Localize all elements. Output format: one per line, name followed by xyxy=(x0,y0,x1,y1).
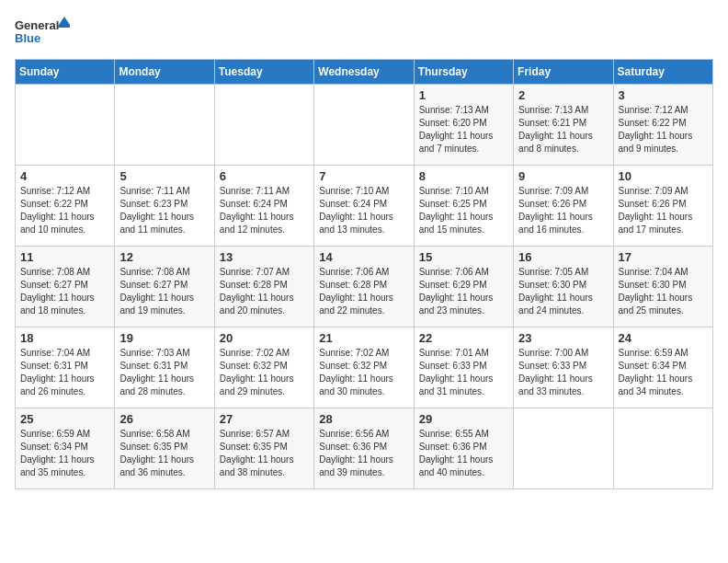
calendar-header-row: SundayMondayTuesdayWednesdayThursdayFrid… xyxy=(16,60,713,85)
day-info: Sunrise: 7:12 AMSunset: 6:22 PMDaylight:… xyxy=(619,104,708,155)
day-number: 8 xyxy=(419,169,508,183)
day-info: Sunrise: 7:04 AMSunset: 6:30 PMDaylight:… xyxy=(619,266,708,317)
calendar-cell: 12Sunrise: 7:08 AMSunset: 6:27 PMDayligh… xyxy=(115,247,214,327)
day-info: Sunrise: 7:04 AMSunset: 6:31 PMDaylight:… xyxy=(20,347,109,398)
day-info: Sunrise: 7:01 AMSunset: 6:33 PMDaylight:… xyxy=(419,347,508,398)
day-info: Sunrise: 7:03 AMSunset: 6:31 PMDaylight:… xyxy=(119,347,209,398)
day-number: 25 xyxy=(20,412,109,426)
day-info: Sunrise: 6:59 AMSunset: 6:34 PMDaylight:… xyxy=(20,428,109,479)
day-info: Sunrise: 6:59 AMSunset: 6:34 PMDaylight:… xyxy=(619,347,708,398)
day-info: Sunrise: 6:57 AMSunset: 6:35 PMDaylight:… xyxy=(220,428,309,479)
calendar-cell: 7Sunrise: 7:10 AMSunset: 6:24 PMDaylight… xyxy=(314,166,414,247)
calendar-cell: 13Sunrise: 7:07 AMSunset: 6:28 PMDayligh… xyxy=(214,247,313,327)
day-info: Sunrise: 6:58 AMSunset: 6:35 PMDaylight:… xyxy=(119,428,209,479)
calendar-body: 1Sunrise: 7:13 AMSunset: 6:20 PMDaylight… xyxy=(16,85,713,489)
day-info: Sunrise: 7:08 AMSunset: 6:27 PMDaylight:… xyxy=(20,266,109,317)
calendar-cell xyxy=(514,408,613,489)
day-number: 13 xyxy=(220,250,309,264)
calendar-cell: 10Sunrise: 7:09 AMSunset: 6:26 PMDayligh… xyxy=(613,166,712,247)
day-number: 6 xyxy=(220,169,309,183)
day-number: 19 xyxy=(119,331,209,345)
day-info: Sunrise: 7:08 AMSunset: 6:27 PMDaylight:… xyxy=(119,266,209,317)
day-info: Sunrise: 7:11 AMSunset: 6:24 PMDaylight:… xyxy=(220,185,309,236)
day-info: Sunrise: 7:06 AMSunset: 6:29 PMDaylight:… xyxy=(419,266,508,317)
day-number: 23 xyxy=(518,331,608,345)
day-header-wednesday: Wednesday xyxy=(314,60,414,85)
week-row-4: 25Sunrise: 6:59 AMSunset: 6:34 PMDayligh… xyxy=(16,408,713,489)
day-number: 27 xyxy=(220,412,309,426)
calendar-cell: 26Sunrise: 6:58 AMSunset: 6:35 PMDayligh… xyxy=(115,408,214,489)
calendar-cell: 24Sunrise: 6:59 AMSunset: 6:34 PMDayligh… xyxy=(613,327,712,408)
day-info: Sunrise: 6:55 AMSunset: 6:36 PMDaylight:… xyxy=(419,428,508,479)
calendar-cell: 4Sunrise: 7:12 AMSunset: 6:22 PMDaylight… xyxy=(16,166,115,247)
day-number: 22 xyxy=(419,331,508,345)
calendar-cell: 28Sunrise: 6:56 AMSunset: 6:36 PMDayligh… xyxy=(314,408,414,489)
day-number: 26 xyxy=(119,412,209,426)
day-number: 14 xyxy=(319,250,408,264)
day-number: 4 xyxy=(20,169,109,183)
calendar-cell: 5Sunrise: 7:11 AMSunset: 6:23 PMDaylight… xyxy=(115,166,214,247)
week-row-2: 11Sunrise: 7:08 AMSunset: 6:27 PMDayligh… xyxy=(16,247,713,327)
day-info: Sunrise: 7:11 AMSunset: 6:23 PMDaylight:… xyxy=(119,185,209,236)
day-info: Sunrise: 7:05 AMSunset: 6:30 PMDaylight:… xyxy=(518,266,608,317)
day-info: Sunrise: 7:02 AMSunset: 6:32 PMDaylight:… xyxy=(220,347,309,398)
day-number: 5 xyxy=(119,169,209,183)
day-header-friday: Friday xyxy=(514,60,613,85)
calendar-cell: 1Sunrise: 7:13 AMSunset: 6:20 PMDaylight… xyxy=(414,85,513,166)
calendar-cell: 20Sunrise: 7:02 AMSunset: 6:32 PMDayligh… xyxy=(214,327,313,408)
day-number: 11 xyxy=(20,250,109,264)
calendar-cell xyxy=(214,85,313,166)
day-info: Sunrise: 7:10 AMSunset: 6:25 PMDaylight:… xyxy=(419,185,508,236)
calendar-header: General Blue xyxy=(15,15,713,48)
day-info: Sunrise: 7:13 AMSunset: 6:21 PMDaylight:… xyxy=(518,104,608,155)
calendar-cell xyxy=(16,85,115,166)
calendar-table: SundayMondayTuesdayWednesdayThursdayFrid… xyxy=(15,59,713,489)
day-header-saturday: Saturday xyxy=(613,60,712,85)
calendar-cell: 18Sunrise: 7:04 AMSunset: 6:31 PMDayligh… xyxy=(16,327,115,408)
calendar-cell: 9Sunrise: 7:09 AMSunset: 6:26 PMDaylight… xyxy=(514,166,613,247)
day-info: Sunrise: 7:09 AMSunset: 6:26 PMDaylight:… xyxy=(619,185,708,236)
day-info: Sunrise: 7:12 AMSunset: 6:22 PMDaylight:… xyxy=(20,185,109,236)
day-info: Sunrise: 7:07 AMSunset: 6:28 PMDaylight:… xyxy=(220,266,309,317)
day-header-tuesday: Tuesday xyxy=(214,60,313,85)
calendar-cell: 27Sunrise: 6:57 AMSunset: 6:35 PMDayligh… xyxy=(214,408,313,489)
calendar-cell: 29Sunrise: 6:55 AMSunset: 6:36 PMDayligh… xyxy=(414,408,513,489)
calendar-cell: 17Sunrise: 7:04 AMSunset: 6:30 PMDayligh… xyxy=(613,247,712,327)
day-number: 28 xyxy=(319,412,408,426)
calendar-cell xyxy=(314,85,414,166)
day-number: 21 xyxy=(319,331,408,345)
day-number: 12 xyxy=(119,250,209,264)
day-info: Sunrise: 7:00 AMSunset: 6:33 PMDaylight:… xyxy=(518,347,608,398)
day-header-sunday: Sunday xyxy=(16,60,115,85)
day-number: 3 xyxy=(619,88,708,102)
calendar-cell: 19Sunrise: 7:03 AMSunset: 6:31 PMDayligh… xyxy=(115,327,214,408)
calendar-cell: 8Sunrise: 7:10 AMSunset: 6:25 PMDaylight… xyxy=(414,166,513,247)
day-number: 17 xyxy=(619,250,708,264)
day-number: 20 xyxy=(220,331,309,345)
day-info: Sunrise: 7:13 AMSunset: 6:20 PMDaylight:… xyxy=(419,104,508,155)
svg-text:General: General xyxy=(15,18,59,32)
day-number: 1 xyxy=(419,88,508,102)
calendar-cell: 2Sunrise: 7:13 AMSunset: 6:21 PMDaylight… xyxy=(514,85,613,166)
day-number: 7 xyxy=(319,169,408,183)
logo-svg: General Blue xyxy=(15,15,70,48)
day-header-monday: Monday xyxy=(115,60,214,85)
logo: General Blue xyxy=(15,15,70,48)
day-number: 10 xyxy=(619,169,708,183)
day-info: Sunrise: 6:56 AMSunset: 6:36 PMDaylight:… xyxy=(319,428,408,479)
day-number: 15 xyxy=(419,250,508,264)
day-number: 18 xyxy=(20,331,109,345)
calendar-cell: 6Sunrise: 7:11 AMSunset: 6:24 PMDaylight… xyxy=(214,166,313,247)
calendar-cell: 22Sunrise: 7:01 AMSunset: 6:33 PMDayligh… xyxy=(414,327,513,408)
day-number: 9 xyxy=(518,169,608,183)
calendar-cell: 21Sunrise: 7:02 AMSunset: 6:32 PMDayligh… xyxy=(314,327,414,408)
svg-text:Blue: Blue xyxy=(15,31,40,45)
week-row-1: 4Sunrise: 7:12 AMSunset: 6:22 PMDaylight… xyxy=(16,166,713,247)
calendar-cell: 15Sunrise: 7:06 AMSunset: 6:29 PMDayligh… xyxy=(414,247,513,327)
calendar-cell: 16Sunrise: 7:05 AMSunset: 6:30 PMDayligh… xyxy=(514,247,613,327)
calendar-cell: 11Sunrise: 7:08 AMSunset: 6:27 PMDayligh… xyxy=(16,247,115,327)
day-number: 2 xyxy=(518,88,608,102)
calendar-cell: 23Sunrise: 7:00 AMSunset: 6:33 PMDayligh… xyxy=(514,327,613,408)
day-number: 29 xyxy=(419,412,508,426)
calendar-cell: 3Sunrise: 7:12 AMSunset: 6:22 PMDaylight… xyxy=(613,85,712,166)
